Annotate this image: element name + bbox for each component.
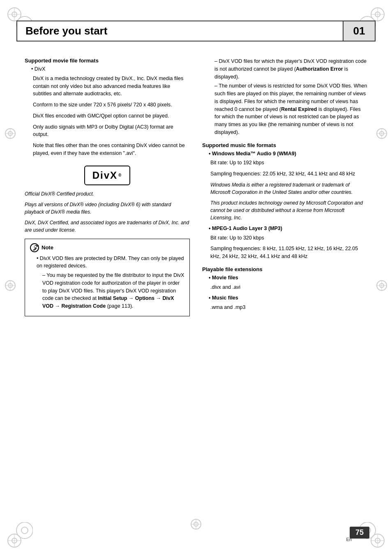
section2-content1: Bit rate: Up to 192 kbps Sampling freque… bbox=[210, 159, 367, 178]
italic-text-3: DivX, DivX Certified, and associated log… bbox=[25, 219, 190, 234]
side-decoration-right-mid bbox=[376, 279, 388, 292]
note-sub1-end: (page 113). bbox=[106, 303, 133, 309]
section3-p2: .wma and .mp3 bbox=[210, 304, 367, 311]
corner-decoration-bl bbox=[4, 522, 33, 551]
left-column: Supported movie file formats DivX DivX i… bbox=[25, 58, 190, 522]
note-box: 𝒵 Note DivX VOD files are protected by D… bbox=[25, 239, 190, 316]
note-sub1: You may be requested by the file distrib… bbox=[42, 272, 184, 310]
section2-title: Supported music file formats bbox=[202, 142, 367, 148]
section2-bullet1: Windows Media™ Audio 9 (WMA9) bbox=[209, 150, 367, 158]
right-column: DivX VOD files for which the player's Di… bbox=[202, 58, 367, 522]
section3-bullet2: Music files bbox=[209, 294, 367, 302]
note-label: Note bbox=[42, 244, 53, 251]
section3-content2: .wma and .mp3 bbox=[210, 304, 367, 311]
divx-registered-mark: ® bbox=[118, 173, 122, 177]
section1-content: DivX is a media technology created by Di… bbox=[33, 75, 190, 157]
section2-content2: Bit rate: Up to 320 kbps Sampling freque… bbox=[210, 234, 367, 260]
section2-p2: Sampling frequencies: 22.05 kHz, 32 kHz,… bbox=[210, 170, 367, 178]
note-icon: 𝒵 bbox=[30, 243, 39, 252]
right-sub2-bold1: Rental Expired bbox=[281, 106, 317, 112]
section3-title: Playable file extensions bbox=[202, 266, 367, 272]
note-bullet1: DivX VOD files are protected by DRM. The… bbox=[37, 255, 184, 270]
section2-italic1: Windows Media is either a registered tra… bbox=[210, 181, 367, 196]
side-decoration-left-mid bbox=[4, 279, 16, 292]
header-title: Before you start bbox=[16, 21, 343, 41]
note-header: 𝒵 Note bbox=[30, 243, 184, 252]
italic-text-2: Plays all versions of DivX® video (inclu… bbox=[25, 201, 190, 216]
italic-text-1: Official DivX® Certified product. bbox=[25, 190, 190, 198]
section1-p5: Note that files other than the ones cont… bbox=[33, 142, 190, 157]
section1-p4: Only audio signals with MP3 or Dolby Dig… bbox=[33, 123, 190, 139]
section1-title: Supported movie file formats bbox=[25, 58, 190, 64]
right-sub2: The number of views is restricted for so… bbox=[214, 82, 367, 136]
section3-p1: .divx and .avi bbox=[210, 283, 367, 291]
page-language: En bbox=[346, 537, 352, 542]
section2-p1: Bit rate: Up to 192 kbps bbox=[210, 159, 367, 167]
side-decoration-right-top bbox=[376, 127, 388, 140]
main-content: Supported movie file formats DivX DivX i… bbox=[25, 58, 367, 522]
side-decoration-left-top bbox=[4, 127, 16, 140]
section2-bullet2: MPEG-1 Audio Layer 3 (MP3) bbox=[209, 225, 367, 233]
right-sub1: DivX VOD files for which the player's Di… bbox=[214, 58, 367, 81]
section2-p3: Bit rate: Up to 320 kbps bbox=[210, 234, 367, 242]
page: Before you start 01 Supported movie file… bbox=[0, 0, 392, 555]
section2-italic2: This product includes technology owned b… bbox=[210, 199, 367, 221]
section3-bullet1: Movie files bbox=[209, 274, 367, 282]
page-header: Before you start 01 bbox=[16, 21, 376, 41]
divx-logo: DivX® bbox=[84, 166, 131, 185]
divx-logo-container: DivX® bbox=[25, 166, 190, 185]
page-number: 75 bbox=[350, 527, 369, 539]
section3-content1: .divx and .avi bbox=[210, 283, 367, 291]
right-sub1-bold: Authorization Error bbox=[296, 66, 343, 72]
section2-p4: Sampling frequencies: 8 kHz, 11.025 kHz,… bbox=[210, 245, 367, 260]
divx-logo-text: DivX bbox=[92, 170, 118, 181]
header-chapter: 01 bbox=[343, 21, 376, 41]
section1-p1: DivX is a media technology created by Di… bbox=[33, 75, 190, 98]
section2-italic-block: Windows Media is either a registered tra… bbox=[210, 181, 367, 221]
section1-p3: DivX files encoded with GMC/Qpel option … bbox=[33, 112, 190, 120]
section1-bullet1: DivX bbox=[31, 65, 190, 73]
section1-p2: Conform to the size under 720 x 576 pixe… bbox=[33, 101, 190, 109]
svg-point-13 bbox=[21, 527, 28, 534]
